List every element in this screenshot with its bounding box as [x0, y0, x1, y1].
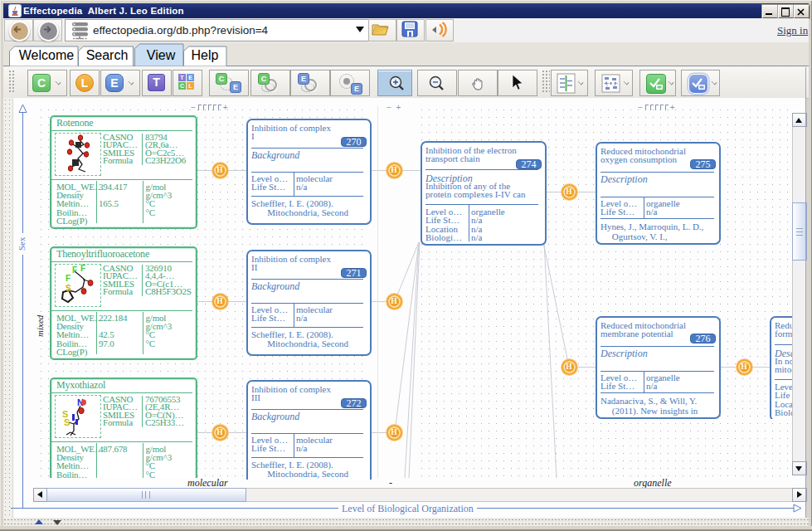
- svg-text:F: F: [66, 274, 71, 283]
- svg-text:F: F: [80, 265, 85, 273]
- svg-text:Help: Help: [192, 48, 219, 62]
- svg-text:View: View: [147, 48, 176, 62]
- svg-text:S: S: [64, 417, 70, 427]
- svg-text:S: S: [66, 284, 71, 293]
- svg-text:Welcome: Welcome: [19, 48, 74, 62]
- svg-text:Search: Search: [86, 48, 129, 62]
- svg-text:F: F: [72, 266, 77, 275]
